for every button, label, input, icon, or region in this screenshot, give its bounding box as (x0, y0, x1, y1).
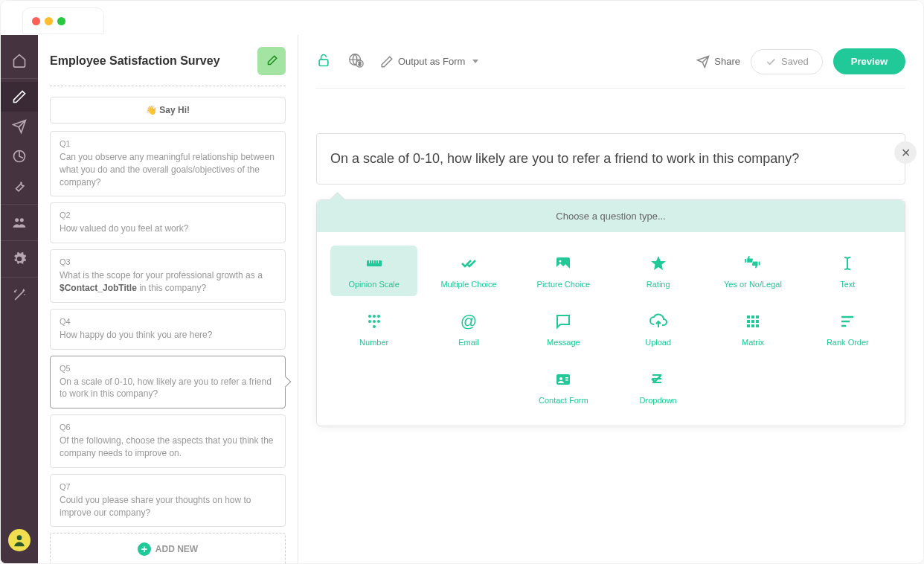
svg-point-24 (377, 315, 380, 318)
question-card[interactable]: Q4 How happy do you think you are here? (50, 309, 286, 350)
svg-point-21 (559, 260, 562, 263)
saved-button[interactable]: Saved (751, 49, 823, 74)
sidebar (1, 35, 38, 563)
question-text-input[interactable]: On a scale of 0-10, how likely are you t… (330, 150, 869, 167)
rank-icon (838, 311, 856, 332)
svg-point-23 (373, 315, 376, 318)
question-type-panel: Choose a question type... Opinion Scale … (316, 199, 905, 426)
question-card[interactable]: Q6 Of the following, choose the aspects … (50, 414, 286, 468)
svg-point-39 (559, 377, 562, 380)
preview-button[interactable]: Preview (833, 48, 905, 74)
question-card[interactable]: Q1 Can you observe any meaningful relati… (50, 131, 286, 196)
svg-rect-29 (747, 315, 750, 318)
svg-point-25 (368, 320, 371, 323)
avatar[interactable] (8, 529, 31, 551)
question-card[interactable]: Q3 What is the scope for your profession… (50, 249, 286, 303)
minimize-dot[interactable] (45, 17, 53, 25)
gear-icon[interactable] (1, 244, 38, 274)
type-rank-order[interactable]: Rank Order (804, 304, 891, 354)
svg-point-27 (377, 320, 380, 323)
text-cursor-icon (838, 253, 856, 274)
type-upload[interactable]: Upload (615, 304, 702, 354)
window-titlebar (22, 7, 104, 34)
question-card-selected[interactable]: Q5 On a scale of 0-10, how likely are yo… (50, 356, 286, 409)
svg-rect-17 (373, 260, 374, 263)
grid-icon (744, 311, 762, 332)
svg-rect-16 (371, 260, 372, 263)
contact-card-icon (554, 369, 572, 390)
svg-rect-30 (751, 315, 754, 318)
type-matrix[interactable]: Matrix (709, 304, 796, 354)
cloud-upload-icon (649, 311, 667, 332)
dropdown-icon (649, 369, 667, 390)
theme-button[interactable] (257, 47, 286, 75)
wand-icon[interactable] (1, 281, 38, 310)
type-picture-choice[interactable]: Picture Choice (520, 246, 607, 296)
picture-icon (554, 253, 572, 274)
svg-point-3 (17, 535, 22, 540)
svg-rect-40 (565, 377, 568, 379)
close-icon[interactable]: ✕ (894, 141, 917, 164)
lock-icon[interactable] (316, 53, 331, 71)
svg-rect-37 (756, 324, 759, 327)
svg-point-2 (20, 218, 24, 222)
main-panel: $ Output as Form Share Saved (298, 35, 923, 563)
plus-icon: + (138, 542, 151, 556)
svg-rect-33 (751, 320, 754, 323)
svg-point-1 (15, 218, 19, 222)
svg-text:$: $ (359, 61, 362, 66)
thumbs-icon (744, 253, 762, 274)
svg-rect-19 (378, 260, 379, 263)
type-rating[interactable]: Rating (615, 246, 702, 296)
output-as-form-button[interactable]: Output as Form (380, 55, 478, 68)
topbar: $ Output as Form Share Saved (316, 35, 905, 89)
type-message[interactable]: Message (520, 304, 607, 354)
question-input-wrap: On a scale of 0-10, how likely are you t… (316, 133, 905, 185)
type-contact-form[interactable]: Contact Form (520, 362, 607, 412)
share-button[interactable]: Share (696, 55, 740, 68)
type-panel-header: Choose a question type... (317, 200, 905, 232)
svg-rect-41 (565, 379, 568, 381)
say-hi-card[interactable]: 👋 Say Hi! (50, 97, 286, 124)
send-icon[interactable] (1, 112, 38, 141)
maximize-dot[interactable] (57, 17, 65, 25)
svg-point-22 (368, 315, 371, 318)
svg-rect-36 (751, 324, 754, 327)
svg-rect-32 (747, 320, 750, 323)
keypad-icon (365, 311, 383, 332)
svg-rect-4 (319, 60, 328, 65)
type-multiple-choice[interactable]: Multiple Choice (425, 246, 512, 296)
type-dropdown[interactable]: Dropdown (615, 362, 702, 412)
svg-rect-31 (756, 315, 759, 318)
type-number[interactable]: Number (330, 304, 417, 354)
edit-icon[interactable] (1, 82, 38, 112)
survey-title[interactable]: Employee Satisfaction Survey (50, 54, 220, 68)
at-icon: @ (461, 311, 477, 332)
svg-rect-15 (369, 260, 370, 263)
chevron-down-icon (472, 60, 478, 63)
svg-rect-18 (376, 260, 376, 263)
analytics-icon[interactable] (1, 141, 38, 171)
type-email[interactable]: @ Email (425, 304, 512, 354)
close-dot[interactable] (32, 17, 40, 25)
question-list-panel: Employee Satisfaction Survey 👋 Say Hi! Q… (38, 35, 298, 563)
chat-icon (554, 311, 572, 332)
type-text[interactable]: Text (804, 246, 891, 296)
ruler-icon (365, 253, 383, 274)
home-icon[interactable] (1, 45, 38, 75)
svg-point-28 (373, 325, 376, 328)
question-card[interactable]: Q2 How valued do you feel at work? (50, 202, 286, 243)
question-card[interactable]: Q7 Could you please share your thoughts … (50, 474, 286, 528)
add-new-button[interactable]: +ADD NEW (50, 533, 286, 563)
type-yes-no[interactable]: Yes or No/Legal (709, 246, 796, 296)
globe-currency-icon[interactable]: $ (347, 52, 364, 71)
svg-rect-35 (747, 324, 750, 327)
users-icon[interactable] (1, 208, 38, 237)
svg-point-26 (373, 320, 376, 323)
star-icon (649, 253, 667, 274)
wrench-icon[interactable] (1, 171, 38, 201)
svg-rect-34 (756, 320, 759, 323)
double-check-icon (460, 253, 478, 274)
type-opinion-scale[interactable]: Opinion Scale (330, 246, 417, 296)
